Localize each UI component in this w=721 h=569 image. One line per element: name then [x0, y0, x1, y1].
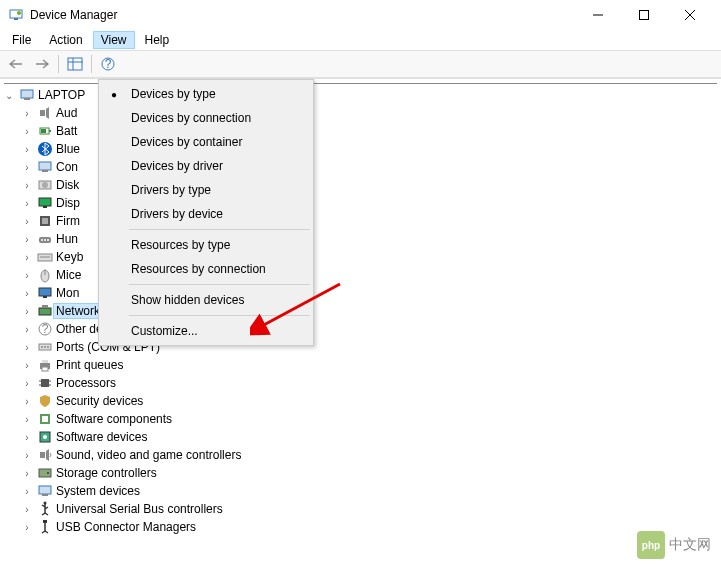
swcomp-icon [37, 411, 53, 427]
dropdown-item[interactable]: Devices by driver [101, 154, 311, 178]
tree-node-label: Sound, video and game controllers [56, 447, 241, 463]
dropdown-item[interactable]: Drivers by type [101, 178, 311, 202]
tree-node-label: Hun [56, 231, 78, 247]
expand-icon[interactable]: › [20, 502, 34, 516]
expand-icon[interactable]: › [20, 250, 34, 264]
help-button[interactable]: ? [96, 53, 120, 75]
menu-action[interactable]: Action [41, 31, 90, 49]
tree-node[interactable]: ›System devices [0, 482, 721, 500]
svg-rect-20 [42, 170, 48, 172]
minimize-button[interactable] [575, 0, 621, 30]
view-dropdown: ●Devices by typeDevices by connectionDev… [98, 79, 314, 346]
collapse-icon[interactable]: ⌄ [2, 88, 16, 102]
expand-icon[interactable]: › [20, 178, 34, 192]
dropdown-item[interactable]: Devices by container [101, 130, 311, 154]
svg-text:?: ? [105, 57, 112, 71]
expand-icon[interactable]: › [20, 448, 34, 462]
menu-help[interactable]: Help [137, 31, 178, 49]
tree-node-label: Batt [56, 123, 77, 139]
svg-point-30 [47, 239, 49, 241]
expand-icon[interactable]: › [20, 196, 34, 210]
dropdown-item[interactable]: Resources by connection [101, 257, 311, 281]
dropdown-item[interactable]: ●Devices by type [101, 82, 311, 106]
toolbar-separator [58, 55, 59, 73]
tree-node-label: Firm [56, 213, 80, 229]
expand-icon[interactable]: › [20, 412, 34, 426]
expand-icon[interactable]: › [20, 358, 34, 372]
tree-node[interactable]: ›USB Connector Managers [0, 518, 721, 536]
expand-icon[interactable]: › [20, 466, 34, 480]
watermark-logo: php [637, 531, 665, 559]
svg-rect-23 [39, 198, 51, 206]
expand-icon[interactable]: › [20, 286, 34, 300]
tree-node[interactable]: ›Universal Serial Bus controllers [0, 500, 721, 518]
dropdown-item[interactable]: Devices by connection [101, 106, 311, 130]
dropdown-item-label: Devices by driver [131, 159, 223, 173]
tree-node[interactable]: ›Storage controllers [0, 464, 721, 482]
dropdown-item[interactable]: Customize... [101, 319, 311, 343]
menu-view[interactable]: View [93, 31, 135, 49]
expand-icon[interactable]: › [20, 484, 34, 498]
expand-icon[interactable]: › [20, 124, 34, 138]
network-icon [37, 303, 53, 319]
tree-root-label: LAPTOP [38, 87, 85, 103]
expand-icon[interactable]: › [20, 376, 34, 390]
tree-node[interactable]: ›Processors [0, 374, 721, 392]
svg-point-42 [41, 346, 43, 348]
cpu-icon [37, 375, 53, 391]
expand-icon[interactable]: › [20, 142, 34, 156]
expand-icon[interactable]: › [20, 214, 34, 228]
svg-rect-61 [42, 494, 48, 496]
tree-node[interactable]: ›Software devices [0, 428, 721, 446]
tree-node-label: Disk [56, 177, 79, 193]
dropdown-item[interactable]: Resources by type [101, 233, 311, 257]
expand-icon[interactable]: › [20, 304, 34, 318]
tree-node[interactable]: ›Sound, video and game controllers [0, 446, 721, 464]
expand-icon[interactable]: › [20, 232, 34, 246]
svg-rect-26 [42, 218, 48, 224]
tree-node[interactable]: ›Security devices [0, 392, 721, 410]
expand-icon[interactable]: › [20, 160, 34, 174]
svg-rect-14 [40, 110, 45, 116]
back-button[interactable] [4, 53, 28, 75]
system-icon [37, 483, 53, 499]
printer-icon [37, 357, 53, 373]
tree-node-label: Processors [56, 375, 116, 391]
tree-node-label: Keyb [56, 249, 83, 265]
expand-icon[interactable]: › [20, 322, 34, 336]
titlebar: Device Manager [0, 0, 721, 30]
mouse-icon [37, 267, 53, 283]
svg-rect-24 [43, 206, 47, 208]
dropdown-item[interactable]: Drivers by device [101, 202, 311, 226]
tree-node-label: Mice [56, 267, 81, 283]
dropdown-item[interactable]: Show hidden devices [101, 288, 311, 312]
expand-icon[interactable]: › [20, 340, 34, 354]
dropdown-separator [129, 284, 310, 285]
tree-node-label: Security devices [56, 393, 143, 409]
hid-icon [37, 231, 53, 247]
expand-icon[interactable]: › [20, 106, 34, 120]
tree-node-label: Print queues [56, 357, 123, 373]
menu-file[interactable]: File [4, 31, 39, 49]
expand-icon[interactable]: › [20, 268, 34, 282]
expand-icon[interactable]: › [20, 430, 34, 444]
svg-rect-57 [40, 452, 45, 458]
svg-text:?: ? [42, 322, 49, 336]
disk-icon [37, 177, 53, 193]
dropdown-item-label: Devices by type [131, 87, 216, 101]
usbconn-icon [37, 519, 53, 535]
maximize-button[interactable] [621, 0, 667, 30]
app-icon [8, 7, 24, 23]
svg-point-43 [44, 346, 46, 348]
tree-node[interactable]: ›Software components [0, 410, 721, 428]
forward-button[interactable] [30, 53, 54, 75]
dropdown-item-label: Drivers by device [131, 207, 223, 221]
show-hide-button[interactable] [63, 53, 87, 75]
expand-icon[interactable]: › [20, 394, 34, 408]
close-button[interactable] [667, 0, 713, 30]
watermark: php 中文网 [637, 531, 711, 559]
content-area: ⌄ LAPTOP ›Aud›Batt›Blue›Con›Disk›Disp›Fi… [0, 78, 721, 569]
expand-icon[interactable]: › [20, 520, 34, 534]
svg-rect-35 [39, 288, 51, 296]
tree-node[interactable]: ›Print queues [0, 356, 721, 374]
